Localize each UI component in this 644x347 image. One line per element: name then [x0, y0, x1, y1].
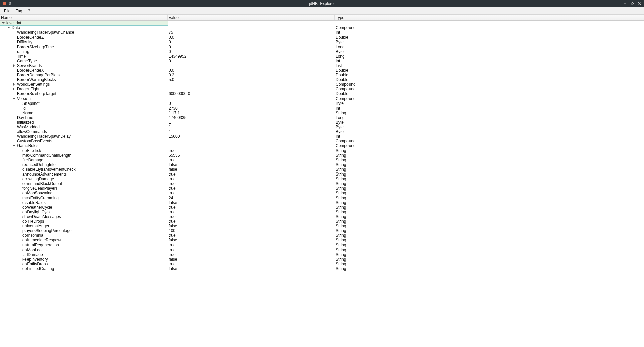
tree-row[interactable]: BorderWarningBlocks5.0Double — [0, 77, 644, 82]
tree-row[interactable]: disableRaidsfalseString — [0, 200, 644, 205]
cell-name[interactable]: DragonFight — [0, 87, 168, 91]
cell-name[interactable]: commandBlockOutput — [0, 181, 168, 186]
cell-name[interactable]: WanderingTraderSpawnChance — [0, 30, 168, 35]
tree-row[interactable]: DayTime17400335Long — [0, 115, 644, 120]
menu-file[interactable]: File — [1, 8, 13, 14]
cell-value[interactable]: 24 — [168, 196, 335, 200]
cell-name[interactable]: doFireTick — [0, 148, 168, 153]
cell-name[interactable]: BorderSizeLerpTime — [0, 44, 168, 49]
cell-name[interactable]: drowningDamage — [0, 177, 168, 181]
tree-row[interactable]: BorderCenterZ0.0Double — [0, 35, 644, 40]
cell-name[interactable]: Difficulty — [0, 40, 168, 44]
cell-value[interactable]: true — [168, 205, 335, 210]
cell-name[interactable]: doDaylightCycle — [0, 210, 168, 214]
tree-row[interactable]: showDeathMessagestrueString — [0, 214, 644, 219]
cell-value[interactable]: 14349952 — [168, 54, 335, 59]
close-button[interactable] — [637, 1, 643, 7]
cell-value[interactable]: 100 — [168, 228, 335, 233]
cell-name[interactable]: WasModded — [0, 125, 168, 129]
header-value[interactable]: Value — [168, 15, 335, 20]
tree-row[interactable]: Snapshot0Byte — [0, 101, 644, 106]
cell-value[interactable]: 75 — [168, 30, 335, 35]
tree-row[interactable]: doImmediateRespawnfalseString — [0, 238, 644, 242]
cell-name[interactable]: allowCommands — [0, 129, 168, 134]
cell-value[interactable]: 1 — [168, 129, 335, 134]
tree-row[interactable]: doMobSpawningtrueString — [0, 191, 644, 195]
cell-name[interactable]: GameRules — [0, 143, 168, 148]
cell-name[interactable]: keepInventory — [0, 257, 168, 262]
tree-row[interactable]: doDaylightCycletrueString — [0, 210, 644, 214]
tree-row[interactable]: doEntityDropstrueString — [0, 262, 644, 266]
cell-name[interactable]: DayTime — [0, 115, 168, 120]
cell-name[interactable]: WanderingTraderSpawnDelay — [0, 134, 168, 139]
cell-name[interactable]: doTileDrops — [0, 219, 168, 224]
tree-row[interactable]: DataCompound — [0, 25, 644, 30]
cell-name[interactable]: forgiveDeadPlayers — [0, 186, 168, 191]
cell-value[interactable]: 1 — [168, 120, 335, 125]
cell-name[interactable]: Version — [0, 96, 168, 101]
cell-name[interactable]: raining — [0, 49, 168, 54]
chevron-right-icon[interactable] — [12, 87, 16, 91]
cell-value[interactable]: 1.17.1 — [168, 111, 335, 115]
cell-value[interactable]: true — [168, 242, 335, 247]
cell-name[interactable]: doMobLoot — [0, 248, 168, 252]
tree-row[interactable]: Name1.17.1String — [0, 111, 644, 115]
chevron-down-icon[interactable] — [7, 26, 11, 30]
cell-value[interactable]: true — [168, 210, 335, 214]
cell-value[interactable]: 15600 — [168, 134, 335, 139]
cell-name[interactable]: Data — [0, 25, 168, 30]
cell-name[interactable]: doWeatherCycle — [0, 205, 168, 210]
tree-row[interactable]: universalAngerfalseString — [0, 224, 644, 228]
chevron-right-icon[interactable] — [12, 82, 16, 86]
tree-row[interactable]: BorderDamagePerBlock0.2Double — [0, 73, 644, 77]
tree-view[interactable]: level.datDataCompoundWanderingTraderSpaw… — [0, 21, 644, 347]
cell-value[interactable]: 60000000.0 — [168, 91, 335, 96]
cell-value[interactable]: 0.0 — [168, 35, 335, 40]
tree-row[interactable]: initialized1Byte — [0, 120, 644, 125]
cell-value[interactable]: true — [168, 181, 335, 186]
cell-name[interactable]: BorderDamagePerBlock — [0, 73, 168, 77]
tree-row[interactable]: doTileDropstrueString — [0, 219, 644, 224]
cell-value[interactable]: false — [168, 167, 335, 172]
chevron-down-icon[interactable] — [12, 144, 16, 148]
cell-name[interactable]: naturalRegeneration — [0, 242, 168, 247]
cell-value[interactable]: 0 — [168, 59, 335, 63]
cell-value[interactable]: 0 — [168, 49, 335, 54]
cell-name[interactable]: doInsomnia — [0, 233, 168, 238]
tree-row[interactable]: Id2730Int — [0, 106, 644, 111]
tree-row[interactable]: commandBlockOutputtrueString — [0, 181, 644, 186]
tree-row[interactable]: disableElytraMovementCheckfalseString — [0, 167, 644, 172]
chevron-right-icon[interactable] — [12, 64, 16, 68]
header-type[interactable]: Type — [335, 15, 644, 20]
tree-row[interactable]: WanderingTraderSpawnDelay15600Int — [0, 134, 644, 139]
cell-name[interactable]: doMobSpawning — [0, 191, 168, 195]
cell-name[interactable]: disableElytraMovementCheck — [0, 167, 168, 172]
cell-name[interactable]: reducedDebugInfo — [0, 162, 168, 167]
chevron-down-icon[interactable] — [1, 21, 5, 25]
header-name[interactable]: Name — [0, 15, 168, 20]
cell-name[interactable]: fireDamage — [0, 158, 168, 162]
cell-value[interactable]: true — [168, 186, 335, 191]
cell-name[interactable]: disableRaids — [0, 200, 168, 205]
cell-value[interactable]: false — [168, 200, 335, 205]
cell-value[interactable]: true — [168, 214, 335, 219]
cell-value[interactable]: 0.0 — [168, 68, 335, 73]
cell-name[interactable]: showDeathMessages — [0, 214, 168, 219]
cell-name[interactable]: doLimitedCrafting — [0, 266, 168, 271]
tree-row[interactable]: raining0Byte — [0, 49, 644, 54]
tree-row[interactable]: keepInventoryfalseString — [0, 257, 644, 262]
cell-name[interactable]: CustomBossEvents — [0, 139, 168, 143]
tree-row[interactable]: drowningDamagetrueString — [0, 177, 644, 181]
cell-value[interactable]: 0 — [168, 40, 335, 44]
cell-name[interactable]: level.dat — [0, 21, 168, 25]
cell-value[interactable]: true — [168, 252, 335, 257]
cell-value[interactable]: 1 — [168, 125, 335, 129]
tree-row[interactable]: ServerBrandsList — [0, 63, 644, 68]
cell-value[interactable]: 5.0 — [168, 77, 335, 82]
cell-value[interactable]: 0.2 — [168, 73, 335, 77]
cell-name[interactable]: BorderCenterX — [0, 68, 168, 73]
cell-value[interactable]: false — [168, 257, 335, 262]
cell-value[interactable]: false — [168, 162, 335, 167]
cell-name[interactable]: maxCommandChainLength — [0, 153, 168, 158]
cell-value[interactable]: false — [168, 238, 335, 242]
